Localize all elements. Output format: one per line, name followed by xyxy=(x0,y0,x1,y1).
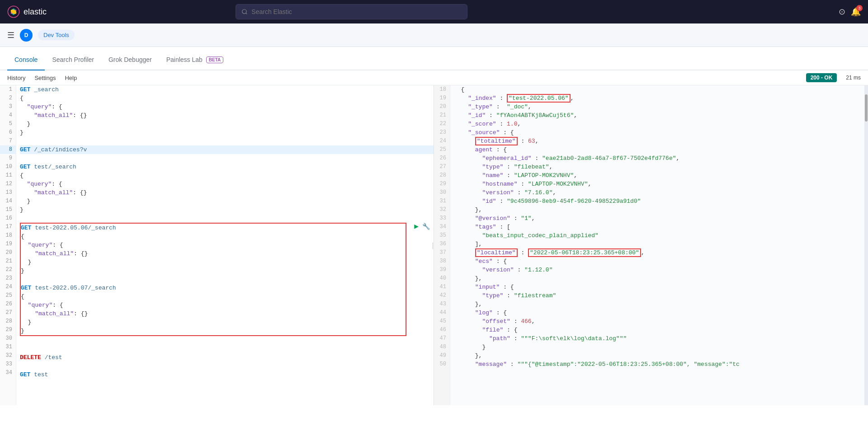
out-ln-45: 45 xyxy=(434,317,450,326)
out-line-37: "localtime" : "2022-05-06T18:23:25.365+0… xyxy=(454,248,864,257)
out-line-32: }, xyxy=(454,206,864,214)
out-line-47: "path" : """F:\soft\elk\log\data.log""" xyxy=(454,334,864,343)
line-num-15: 15 xyxy=(0,206,16,214)
user-avatar[interactable]: D xyxy=(20,29,33,42)
line-num-17: 17 xyxy=(0,223,16,231)
menu-help[interactable]: Help xyxy=(65,75,77,81)
tools-icon[interactable]: 🔧 xyxy=(422,223,430,230)
out-line-25: agent : { xyxy=(454,145,864,154)
top-bar-right: ⊙ 🔔 3 xyxy=(839,7,861,17)
out-ln-35: 35 xyxy=(434,231,450,240)
status-time: 21 ms xyxy=(846,75,861,81)
line-num-12: 12 xyxy=(0,180,16,188)
search-icon xyxy=(241,9,248,15)
out-ln-24: 24 xyxy=(434,137,450,145)
code-line-25: { xyxy=(21,292,406,301)
resize-handle[interactable] xyxy=(431,85,434,405)
code-line-21: } xyxy=(21,258,406,267)
line-num-24: 24 xyxy=(0,283,16,291)
editor-panel[interactable]: 1 2 3 4 5 6 7 8 9 10 11 12 13 14 15 16 1… xyxy=(0,85,434,405)
search-input[interactable] xyxy=(251,8,462,15)
out-ln-40: 40 xyxy=(434,274,450,283)
line-num-1: 1 xyxy=(0,85,16,94)
output-line-numbers: 18 19 20 21 22 23 24 25 26 27 28 29 30 3… xyxy=(434,85,450,405)
tab-search-profiler[interactable]: Search Profiler xyxy=(45,50,101,70)
code-line-19: "query": { xyxy=(21,241,406,249)
out-ln-31: 31 xyxy=(434,197,450,206)
dev-tools-badge: Dev Tools xyxy=(38,30,75,40)
out-line-30: "version" : "7.16.0", xyxy=(454,188,864,197)
out-line-50: "message" : """{"@timestamp":"2022-05-06… xyxy=(454,360,864,369)
line-num-34: 34 xyxy=(0,369,16,377)
out-ln-21: 21 xyxy=(434,111,450,120)
out-ln-37: 37 xyxy=(434,248,450,257)
line-num-7: 7 xyxy=(0,137,16,145)
out-ln-33: 33 xyxy=(434,214,450,223)
out-ln-22: 22 xyxy=(434,120,450,128)
out-line-18: { xyxy=(454,85,864,94)
line-num-28: 28 xyxy=(0,317,16,326)
out-ln-46: 46 xyxy=(434,326,450,334)
tab-painless-lab[interactable]: Painless Lab BETA xyxy=(159,50,231,70)
editor-code-area[interactable]: GET _search { "query": { "match_all": {}… xyxy=(16,85,434,405)
search-bar[interactable] xyxy=(236,4,467,19)
out-line-23: "_source" : { xyxy=(454,128,864,137)
editor-action-icons: ▶ 🔧 xyxy=(414,222,430,231)
output-scrollbar[interactable] xyxy=(864,85,868,405)
line-num-11: 11 xyxy=(0,171,16,180)
out-ln-44: 44 xyxy=(434,309,450,317)
out-ln-19: 19 xyxy=(434,94,450,103)
out-ln-43: 43 xyxy=(434,300,450,309)
out-ln-47: 47 xyxy=(434,334,450,343)
out-ln-50: 50 xyxy=(434,360,450,369)
out-ln-32: 32 xyxy=(434,206,450,214)
out-line-20: "_type" : "_doc", xyxy=(454,103,864,111)
code-line-3: "query": { xyxy=(20,103,434,111)
out-ln-25: 25 xyxy=(434,145,450,154)
out-ln-42: 42 xyxy=(434,291,450,300)
hamburger-button[interactable]: ☰ xyxy=(7,30,14,40)
run-query-icon[interactable]: ▶ xyxy=(414,222,419,231)
menu-history[interactable]: History xyxy=(7,75,25,81)
code-line-14: } xyxy=(20,197,434,206)
code-line-24: GET test-2022.05.07/_search xyxy=(21,284,406,292)
code-line-4: "match_all": {} xyxy=(20,111,434,120)
code-line-12: "query": { xyxy=(20,180,434,188)
out-line-33: "@version" : "1", xyxy=(454,214,864,223)
out-line-45: "offset" : 466, xyxy=(454,317,864,326)
out-ln-30: 30 xyxy=(434,188,450,197)
code-line-34: GET test xyxy=(20,370,434,379)
out-ln-26: 26 xyxy=(434,154,450,163)
out-line-26: "ephemeral_id" : "eae21ab0-2ad8-46a7-8f6… xyxy=(454,154,864,163)
code-line-9 xyxy=(20,154,434,163)
code-line-11: { xyxy=(20,171,434,180)
code-line-6: } xyxy=(20,128,434,137)
scrollbar-thumb[interactable] xyxy=(865,94,868,122)
elastic-logo[interactable]: elastic xyxy=(7,5,47,18)
line-num-32: 32 xyxy=(0,351,16,360)
help-icon[interactable]: ⊙ xyxy=(839,7,845,17)
out-ln-39: 39 xyxy=(434,266,450,274)
editor-line-numbers: 1 2 3 4 5 6 7 8 9 10 11 12 13 14 15 16 1… xyxy=(0,85,16,405)
out-ln-20: 20 xyxy=(434,103,450,111)
out-line-41: "input" : { xyxy=(454,283,864,291)
out-line-49: }, xyxy=(454,351,864,360)
top-bar: elastic ⊙ 🔔 3 xyxy=(0,0,868,23)
menu-settings[interactable]: Settings xyxy=(34,75,56,81)
tab-grok-debugger[interactable]: Grok Debugger xyxy=(101,50,159,70)
out-ln-41: 41 xyxy=(434,283,450,291)
code-line-20: "match_all": {} xyxy=(21,249,406,258)
line-num-25: 25 xyxy=(0,291,16,300)
notifications-icon[interactable]: 🔔 3 xyxy=(851,7,861,17)
tab-bar: Console Search Profiler Grok Debugger Pa… xyxy=(0,47,868,70)
code-line-28: } xyxy=(21,318,406,327)
out-line-19: "_index" : "test-2022.05.06", xyxy=(454,94,864,103)
line-num-31: 31 xyxy=(0,343,16,351)
code-line-5: } xyxy=(20,120,434,128)
line-num-6: 6 xyxy=(0,128,16,137)
out-line-24: "totaltime" : 63, xyxy=(454,137,864,145)
out-ln-28: 28 xyxy=(434,171,450,180)
tab-console[interactable]: Console xyxy=(7,50,45,70)
out-line-46: "file" : { xyxy=(454,326,864,334)
elastic-logo-icon xyxy=(7,5,20,18)
